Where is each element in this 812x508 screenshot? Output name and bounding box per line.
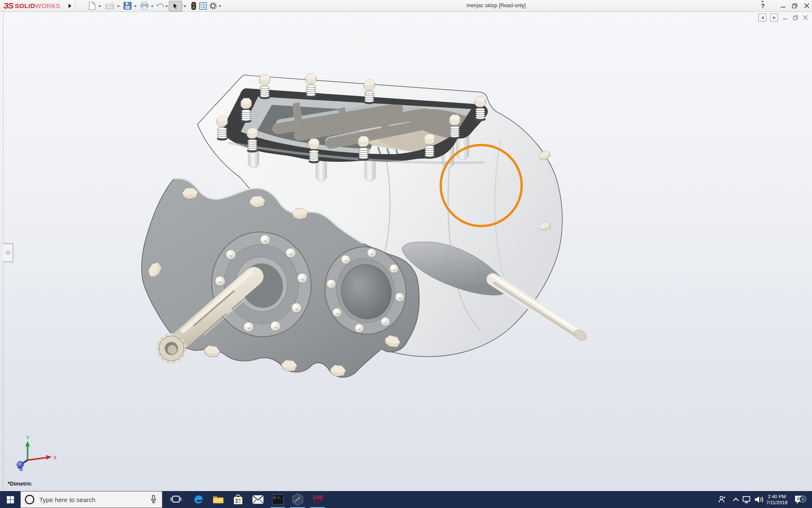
new-document-dropdown[interactable]: [98, 5, 102, 8]
solidworks-2017-icon: SW 2017: [312, 495, 322, 504]
undo-button[interactable]: [155, 1, 165, 11]
save-dropdown[interactable]: [134, 5, 137, 8]
stoplight-icon: [191, 2, 196, 10]
taskbar: Type here to search: [0, 491, 812, 508]
gearbox-model[interactable]: Y X: [0, 11, 812, 491]
pane-next-button[interactable]: [770, 14, 778, 22]
notification-badge: 3: [799, 496, 806, 502]
select-dropdown[interactable]: [183, 5, 187, 8]
axis-z-ball: [17, 461, 24, 468]
options-dropdown[interactable]: [218, 5, 222, 8]
document-window-controls: [758, 14, 809, 22]
minimize-button[interactable]: [780, 3, 786, 9]
orientation-triad: Y X: [17, 435, 57, 470]
axis-y-label: Y: [26, 435, 29, 440]
new-document-icon: [88, 2, 96, 10]
store-icon: [233, 494, 244, 505]
help-button[interactable]: ?: [761, 3, 765, 9]
print-button[interactable]: [139, 1, 149, 11]
tray-volume-button[interactable]: [753, 491, 765, 508]
select-cursor-icon: [173, 3, 178, 10]
start-button[interactable]: [0, 491, 20, 508]
axis-x-label: X: [53, 455, 57, 460]
tray-network-button[interactable]: [741, 491, 753, 508]
select-tool-button[interactable]: [169, 1, 182, 11]
undo-icon: [155, 2, 165, 10]
pane-previous-button[interactable]: [758, 14, 766, 22]
toolbar-flyout-arrow-icon[interactable]: [67, 2, 73, 10]
hexagon-app-icon: [292, 493, 304, 506]
open-folder-icon: [105, 2, 115, 10]
help-dropdown[interactable]: [771, 4, 774, 8]
chevron-up-icon: [732, 497, 739, 502]
cortana-icon: [24, 494, 35, 505]
screen: ЗS SOLID WORKS: [0, 0, 812, 508]
tray-overflow-button[interactable]: [731, 491, 741, 508]
save-floppy-icon: [123, 2, 132, 10]
taskbar-app-edge[interactable]: [188, 491, 208, 508]
search-input[interactable]: Type here to search: [39, 496, 149, 503]
edge-icon: [192, 494, 204, 505]
list-icon: [199, 2, 207, 10]
taskbar-app-command-prompt[interactable]: C:\_: [268, 491, 288, 508]
solidworks-logo-works: WORKS: [35, 2, 60, 9]
solidworks-logo: ЗS SOLID WORKS: [3, 0, 60, 11]
microphone-icon[interactable]: [149, 494, 158, 505]
taskbar-app-store[interactable]: [228, 491, 248, 508]
options-button[interactable]: [208, 1, 218, 11]
sw-letters: SW: [312, 495, 322, 500]
file-explorer-icon: [212, 494, 224, 505]
view-orientation-label: *Dimetric: [8, 480, 32, 487]
people-icon: [717, 494, 727, 505]
stoplight-button[interactable]: [189, 1, 199, 11]
print-dropdown[interactable]: [151, 5, 154, 8]
save-button[interactable]: [122, 1, 132, 11]
new-document-button[interactable]: [87, 1, 97, 11]
display-list-button[interactable]: [198, 1, 208, 11]
task-view-icon: [170, 494, 182, 505]
taskbar-app-hexagon[interactable]: [288, 491, 307, 508]
mail-icon: [252, 495, 264, 504]
taskbar-app-file-explorer[interactable]: [208, 491, 228, 508]
print-icon: [140, 2, 149, 10]
taskbar-app-solidworks[interactable]: SW 2017: [307, 491, 327, 508]
tray-people-button[interactable]: [716, 491, 729, 508]
solidworks-logo-solid: SOLID: [15, 2, 35, 9]
clock-time: 2:40 PM: [768, 494, 786, 500]
close-button[interactable]: [804, 3, 809, 9]
restore-button[interactable]: [792, 3, 798, 9]
open-button[interactable]: [105, 1, 115, 11]
open-dropdown[interactable]: [117, 5, 120, 8]
sw-year: 2017: [314, 500, 321, 504]
titlebar: ЗS SOLID WORKS: [0, 0, 812, 12]
solidworks-logo-mark: ЗS: [3, 1, 13, 11]
windows-logo-icon: [7, 496, 14, 503]
doc-minimize-button[interactable]: [782, 14, 788, 21]
action-center-button[interactable]: 3: [792, 491, 807, 508]
speaker-icon: [753, 494, 764, 505]
doc-close-button[interactable]: [802, 14, 809, 21]
clock-date: 7/11/2018: [766, 500, 787, 505]
command-prompt-icon: C:\_: [272, 494, 284, 505]
toolbar-separator: [75, 1, 76, 11]
window-title: menjac sklop [Read-only]: [466, 0, 526, 11]
task-view-button[interactable]: [166, 491, 186, 508]
cmd-prompt-text: C:\_: [274, 496, 282, 500]
taskbar-search[interactable]: Type here to search: [20, 491, 162, 508]
taskbar-app-mail[interactable]: [248, 491, 268, 508]
doc-restore-button[interactable]: [792, 14, 798, 21]
network-icon: [742, 495, 752, 504]
tray-clock[interactable]: 2:40 PM 7/11/2018: [764, 491, 790, 508]
undo-dropdown[interactable]: [165, 5, 168, 8]
gear-icon: [209, 2, 217, 10]
right-arrow-icon: [773, 16, 776, 19]
graphics-viewport[interactable]: Y X *Dimetric: [0, 11, 812, 491]
left-arrow-icon: [761, 16, 764, 19]
